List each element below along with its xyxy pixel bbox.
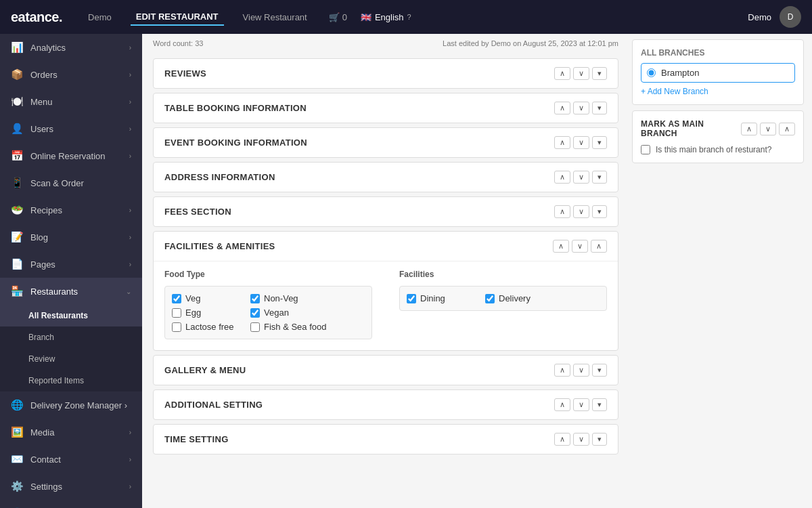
branch-radio-brampton[interactable] [647,68,656,77]
dining-checkbox[interactable] [407,294,416,303]
sidebar-label-delivery-zone: Delivery Zone Manager › [30,400,131,410]
sidebar-item-wpml[interactable]: 🌐 WPML › [0,500,142,508]
event-up-btn[interactable]: ∧ [554,136,570,149]
food-type-non-veg[interactable]: Non-Veg [250,293,318,303]
main-branch-down-btn[interactable]: ∨ [760,123,776,135]
nav-demo[interactable]: Demo [83,9,117,25]
gallery-up-btn[interactable]: ∧ [554,364,570,377]
nav-edit-restaurant[interactable]: EDIT RESTAURANT [131,9,224,26]
facility-delivery[interactable]: Delivery [485,293,553,303]
main-branch-checkbox[interactable] [641,145,650,154]
sidebar-sub-reported-items[interactable]: Reported Items [0,370,142,391]
egg-label: Egg [185,308,201,318]
sidebar-item-orders[interactable]: 📦 Orders › [0,61,142,88]
section-reviews-header[interactable]: REVIEWS ∧ ∨ ▾ [154,59,618,88]
food-type-veg[interactable]: Veg [172,293,240,303]
sidebar-sub-review[interactable]: Review [0,348,142,370]
main-branch-up-btn[interactable]: ∧ [741,123,757,135]
food-type-lactose[interactable]: Lactose free [172,322,240,332]
sidebar-item-restaurants[interactable]: 🏪 Restaurants ⌄ [0,278,142,305]
sidebar-item-recipes[interactable]: 🥗 Recipes › [0,196,142,224]
additional-down-btn[interactable]: ∨ [573,398,589,411]
event-down-btn[interactable]: ∨ [573,136,589,149]
section-facilities: FACILITIES & AMENITIES ∧ ∨ ∧ Food Type [153,231,618,351]
sidebar-item-analytics[interactable]: 📊 Analytics › [0,34,142,61]
address-expand-btn[interactable]: ▾ [592,171,607,184]
main-branch-header: MARK AS MAIN BRANCH ∧ ∨ ∧ [641,119,795,138]
section-fees-header[interactable]: FEES SECTION ∧ ∨ ▾ [154,197,618,226]
section-gallery-header[interactable]: GALLERY & MENU ∧ ∨ ▾ [154,356,618,385]
sidebar-item-contact[interactable]: ✉️ Contact › [0,446,142,473]
lactose-checkbox[interactable] [172,322,181,332]
facilities-down-btn[interactable]: ∨ [572,240,588,253]
main-branch-collapse-btn[interactable]: ∧ [779,123,795,135]
table-down-btn[interactable]: ∨ [573,102,589,114]
section-table-booking-header[interactable]: TABLE BOOKING INFORMATION ∧ ∨ ▾ [154,93,618,123]
time-up-btn[interactable]: ∧ [554,433,570,446]
add-branch-link[interactable]: + Add New Branch [641,87,795,96]
section-address-header[interactable]: ADDRESS INFORMATION ∧ ∨ ▾ [154,163,618,192]
sidebar-item-online-reservation[interactable]: 📅 Online Reservation › [0,142,142,169]
egg-checkbox[interactable] [172,308,181,318]
gallery-down-btn[interactable]: ∨ [573,364,589,377]
non-veg-checkbox[interactable] [250,294,260,303]
sidebar-item-delivery-zone[interactable]: 🌐 Delivery Zone Manager › [0,391,142,419]
nav-view-restaurant[interactable]: View Restaurant [238,9,313,25]
facilities-up-btn[interactable]: ∧ [553,240,569,253]
time-expand-btn[interactable]: ▾ [592,433,607,446]
reviews-up-btn[interactable]: ∧ [554,67,570,80]
facilities-row: Food Type Veg Non-Veg [164,270,607,339]
additional-expand-btn[interactable]: ▾ [592,398,607,411]
food-type-fish[interactable]: Fish & Sea food [250,322,327,332]
veg-checkbox[interactable] [172,294,181,303]
section-event-booking-controls: ∧ ∨ ▾ [554,136,607,149]
table-up-btn[interactable]: ∧ [554,102,570,114]
section-time-header[interactable]: TIME SETTING ∧ ∨ ▾ [154,425,618,454]
table-expand-btn[interactable]: ▾ [592,102,607,114]
reviews-down-btn[interactable]: ∨ [573,67,589,80]
sidebar-item-menu[interactable]: 🍽️ Menu › [0,88,142,115]
fees-up-btn[interactable]: ∧ [554,205,570,218]
reviews-expand-btn[interactable]: ▾ [592,67,607,80]
event-expand-btn[interactable]: ▾ [592,136,607,149]
section-facilities-header[interactable]: FACILITIES & AMENITIES ∧ ∨ ∧ [154,232,618,261]
fees-down-btn[interactable]: ∨ [573,205,589,218]
sidebar-sub-all-restaurants[interactable]: All Restaurants [0,305,142,326]
food-type-label: Food Type [164,270,372,279]
branch-option-brampton[interactable]: Brampton [641,63,795,83]
section-event-booking-header[interactable]: EVENT BOOKING INFORMATION ∧ ∨ ▾ [154,128,618,157]
sidebar-item-settings[interactable]: ⚙️ Settings › [0,473,142,500]
additional-up-btn[interactable]: ∧ [554,398,570,411]
user-label: Demo [748,12,771,22]
facilities-body: Food Type Veg Non-Veg [154,261,618,350]
sidebar-item-media[interactable]: 🖼️ Media › [0,419,142,446]
address-down-btn[interactable]: ∨ [573,171,589,184]
language-selector[interactable]: 🇬🇧 English ? [361,12,411,22]
facility-dining[interactable]: Dining [407,293,474,303]
address-up-btn[interactable]: ∧ [554,171,570,184]
gallery-expand-btn[interactable]: ▾ [592,364,607,377]
chevron-right-icon: › [129,234,131,241]
sidebar-item-blog[interactable]: 📝 Blog › [0,224,142,251]
analytics-icon: 📊 [11,41,24,54]
sidebar-item-users[interactable]: 👤 Users › [0,115,142,142]
section-time-controls: ∧ ∨ ▾ [554,433,607,446]
fish-checkbox[interactable] [250,322,260,332]
time-down-btn[interactable]: ∨ [573,433,589,446]
cart[interactable]: 🛒 0 [329,12,347,22]
section-fees-title: FEES SECTION [164,207,231,217]
word-count: Word count: 33 [153,39,203,47]
food-type-egg[interactable]: Egg [172,308,240,318]
vegan-checkbox[interactable] [250,308,260,318]
avatar[interactable]: D [780,6,801,28]
sidebar-sub-branch[interactable]: Branch [0,326,142,348]
section-additional-header[interactable]: ADDITIONAL SETTING ∧ ∨ ▾ [154,390,618,419]
delivery-checkbox[interactable] [485,294,495,303]
food-type-vegan[interactable]: Vegan [250,308,318,318]
sidebar-item-scan-order[interactable]: 📱 Scan & Order [0,169,142,196]
sidebar-item-pages[interactable]: 📄 Pages › [0,251,142,278]
fees-expand-btn[interactable]: ▾ [592,205,607,218]
main-branch-checkbox-row: Is this main branch of resturant? [641,145,795,154]
facilities-collapse-btn[interactable]: ∧ [591,240,607,253]
section-additional: ADDITIONAL SETTING ∧ ∨ ▾ [153,389,618,420]
